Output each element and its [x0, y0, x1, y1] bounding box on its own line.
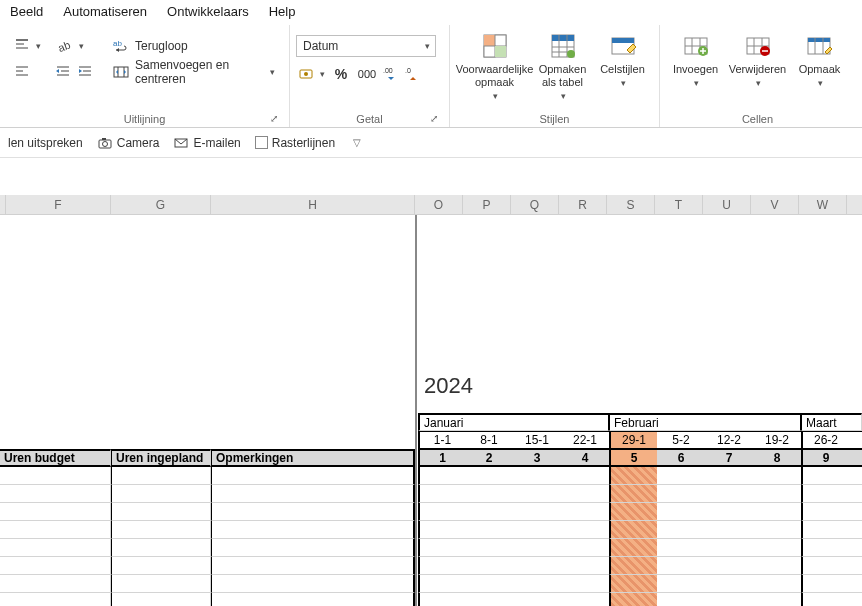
cell[interactable]	[609, 521, 658, 539]
spreadsheet[interactable]: F G H O P Q R S T U V W 2024 Januari Feb…	[0, 195, 862, 606]
camera-button[interactable]: Camera	[97, 135, 160, 151]
conditional-formatting-button[interactable]: Voorwaardelijke opmaak	[457, 29, 533, 105]
cell[interactable]	[657, 557, 706, 575]
cell[interactable]	[705, 503, 754, 521]
cell[interactable]	[705, 593, 754, 606]
decrease-decimal-button[interactable]: .0	[403, 63, 423, 85]
cell[interactable]	[561, 521, 610, 539]
cell[interactable]	[609, 557, 658, 575]
orientation-button[interactable]: ab ▾	[53, 35, 95, 57]
cell[interactable]	[0, 467, 111, 485]
col-header-P[interactable]: P	[463, 195, 511, 214]
cell[interactable]	[609, 485, 658, 503]
cell[interactable]	[111, 575, 211, 593]
cell[interactable]	[418, 503, 466, 521]
cell[interactable]	[211, 557, 415, 575]
week-cell[interactable]: 1	[418, 449, 466, 467]
insert-cells-button[interactable]: Invoegen	[666, 29, 725, 92]
cell[interactable]	[609, 593, 658, 606]
cell[interactable]	[211, 593, 415, 606]
cell[interactable]	[657, 503, 706, 521]
week-cell[interactable]: 8	[753, 449, 802, 467]
col-header-H[interactable]: H	[211, 195, 415, 214]
cell[interactable]	[609, 539, 658, 557]
cell[interactable]	[705, 467, 754, 485]
email-button[interactable]: E-mailen	[173, 135, 240, 151]
cell[interactable]	[849, 485, 862, 503]
cell[interactable]	[211, 503, 415, 521]
cell[interactable]	[657, 467, 706, 485]
week-cell[interactable]: 4	[561, 449, 610, 467]
cell[interactable]	[801, 503, 850, 521]
cell-styles-button[interactable]: Celstijlen	[593, 29, 653, 92]
cell[interactable]	[111, 503, 211, 521]
speak-cells-button[interactable]: len uitspreken	[8, 136, 83, 150]
cell[interactable]	[705, 521, 754, 539]
delete-cells-button[interactable]: Verwijderen	[725, 29, 790, 92]
cell[interactable]	[753, 593, 802, 606]
menu-ontwikkelaars[interactable]: Ontwikkelaars	[167, 4, 249, 19]
col-header[interactable]	[847, 195, 862, 214]
cell[interactable]	[418, 467, 466, 485]
cell[interactable]	[211, 485, 415, 503]
cell[interactable]	[657, 593, 706, 606]
col-header-G[interactable]: G	[111, 195, 211, 214]
col-header-T[interactable]: T	[655, 195, 703, 214]
cell[interactable]	[111, 539, 211, 557]
cell[interactable]	[111, 593, 211, 606]
align-left-button[interactable]	[10, 61, 45, 83]
col-header-U[interactable]: U	[703, 195, 751, 214]
menu-beeld[interactable]: Beeld	[10, 4, 43, 19]
cell[interactable]	[465, 485, 514, 503]
cell[interactable]	[513, 539, 562, 557]
cell[interactable]	[753, 557, 802, 575]
cell[interactable]	[465, 593, 514, 606]
cell[interactable]	[418, 485, 466, 503]
cell[interactable]	[561, 575, 610, 593]
alignment-launcher[interactable]: ⤢	[267, 111, 281, 125]
cell[interactable]	[849, 539, 862, 557]
cell[interactable]	[465, 467, 514, 485]
cell[interactable]	[465, 539, 514, 557]
cell[interactable]	[111, 557, 211, 575]
week-cell[interactable]: 7	[705, 449, 754, 467]
cell[interactable]	[753, 467, 802, 485]
cell[interactable]	[657, 575, 706, 593]
cell[interactable]	[561, 503, 610, 521]
cell[interactable]	[849, 467, 862, 485]
week-cell[interactable]: 1	[849, 449, 862, 467]
cell[interactable]	[418, 539, 466, 557]
cell[interactable]	[0, 521, 111, 539]
cell[interactable]	[753, 575, 802, 593]
cell[interactable]	[801, 521, 850, 539]
increase-indent-button[interactable]	[75, 61, 95, 83]
cell[interactable]	[418, 557, 466, 575]
cell[interactable]	[609, 503, 658, 521]
cell[interactable]	[801, 467, 850, 485]
cell[interactable]	[0, 485, 111, 503]
year-cell[interactable]: 2024	[418, 371, 618, 401]
cell[interactable]	[111, 467, 211, 485]
cell[interactable]	[801, 485, 850, 503]
date-cell[interactable]: 5-2	[657, 431, 706, 449]
gridlines-checkbox[interactable]: Rasterlijnen	[255, 136, 335, 150]
cell[interactable]	[513, 485, 562, 503]
col-header-Q[interactable]: Q	[511, 195, 559, 214]
cell[interactable]	[465, 521, 514, 539]
quickbar-overflow-button[interactable]: ▽	[349, 135, 365, 151]
cell[interactable]	[561, 593, 610, 606]
week-cell[interactable]: 2	[465, 449, 514, 467]
header-uren-ingepland[interactable]: Uren ingepland	[111, 449, 211, 467]
date-cell[interactable]: 29-1	[609, 431, 658, 449]
date-cell[interactable]: 8-1	[465, 431, 514, 449]
date-cell[interactable]: 15-1	[513, 431, 562, 449]
cell[interactable]	[849, 575, 862, 593]
cell[interactable]	[609, 467, 658, 485]
cell[interactable]	[0, 593, 111, 606]
date-cell[interactable]: 1-1	[418, 431, 466, 449]
currency-button[interactable]: ▾	[296, 63, 327, 85]
cell[interactable]	[0, 503, 111, 521]
cell[interactable]	[705, 539, 754, 557]
number-launcher[interactable]: ⤢	[427, 111, 441, 125]
week-cell[interactable]: 5	[609, 449, 658, 467]
